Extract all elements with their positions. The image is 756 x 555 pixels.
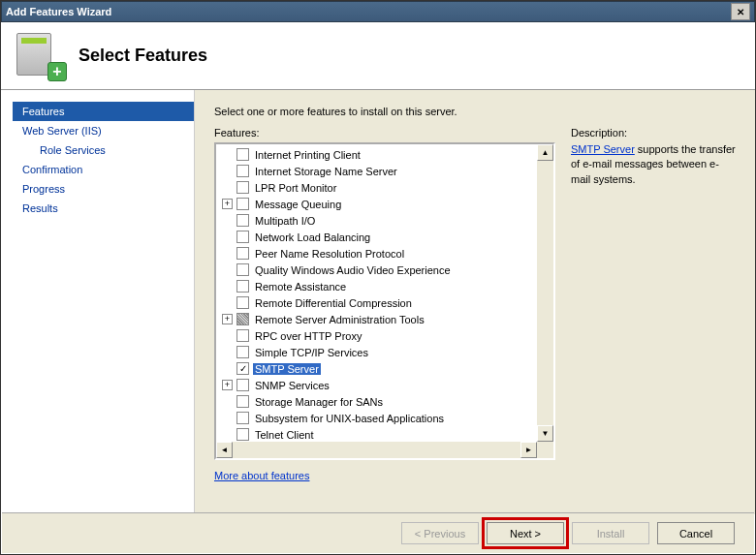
checkbox[interactable] xyxy=(236,428,249,441)
tree-row[interactable]: Subsystem for UNIX-based Applications xyxy=(216,410,553,426)
checkbox[interactable] xyxy=(236,148,249,161)
install-button[interactable]: Install xyxy=(572,522,649,544)
checkbox[interactable] xyxy=(236,329,249,342)
checkbox[interactable] xyxy=(236,296,249,309)
checkbox[interactable] xyxy=(236,379,249,391)
tree-row[interactable]: Quality Windows Audio Video Experience xyxy=(216,262,553,278)
checkbox[interactable] xyxy=(236,214,249,227)
titlebar: Add Features Wizard ✕ xyxy=(1,1,755,22)
tree-row[interactable]: Remote Assistance xyxy=(216,278,553,294)
tree-item-label[interactable]: Remote Server Administration Tools xyxy=(253,314,426,325)
checkbox[interactable] xyxy=(236,181,249,194)
tree-item-label[interactable]: Subsystem for UNIX-based Applications xyxy=(253,413,446,424)
sidebar-item-features[interactable]: Features xyxy=(13,102,194,121)
checkbox[interactable] xyxy=(236,247,249,260)
checkbox[interactable] xyxy=(236,165,249,177)
tree-row[interactable]: +Remote Server Administration Tools xyxy=(216,311,553,327)
horizontal-scrollbar[interactable]: ◄ ► xyxy=(216,442,537,458)
tree-item-label[interactable]: Remote Assistance xyxy=(253,281,348,293)
tree-item-label[interactable]: Simple TCP/IP Services xyxy=(253,347,370,358)
sidebar-item-results[interactable]: Results xyxy=(13,199,194,218)
tree-item-label[interactable]: LPR Port Monitor xyxy=(253,182,338,194)
tree-row[interactable]: Network Load Balancing xyxy=(216,229,553,245)
sidebar-item-web-server-iis-[interactable]: Web Server (IIS) xyxy=(13,121,194,140)
scroll-left-icon[interactable]: ◄ xyxy=(216,442,233,458)
description-text: SMTP Server supports the transfer of e-m… xyxy=(571,142,736,187)
tree-row[interactable]: Internet Storage Name Server xyxy=(216,163,553,179)
tree-row[interactable]: Telnet Client xyxy=(216,426,553,443)
wizard-header: + Select Features xyxy=(1,22,755,90)
expand-icon[interactable]: + xyxy=(222,380,233,390)
scroll-right-icon[interactable]: ► xyxy=(520,442,537,458)
tree-row[interactable]: RPC over HTTP Proxy xyxy=(216,327,553,344)
tree-item-label[interactable]: Message Queuing xyxy=(253,199,343,210)
next-button[interactable]: Next > xyxy=(487,522,564,544)
expand-icon[interactable]: + xyxy=(222,199,233,209)
vertical-scrollbar[interactable]: ▲ ▼ xyxy=(537,144,553,442)
tree-item-label[interactable]: Multipath I/O xyxy=(253,215,317,227)
instruction-text: Select one or more features to install o… xyxy=(214,106,736,117)
features-label: Features: xyxy=(214,127,555,139)
tree-row[interactable]: Remote Differential Compression xyxy=(216,294,553,311)
wizard-footer: < Previous Next > Install Cancel xyxy=(2,512,754,553)
close-icon[interactable]: ✕ xyxy=(731,3,750,20)
tree-row[interactable]: +Message Queuing xyxy=(216,196,553,212)
page-title: Select Features xyxy=(79,46,207,66)
scroll-up-icon[interactable]: ▲ xyxy=(537,144,553,161)
sidebar-item-role-services[interactable]: Role Services xyxy=(13,140,194,160)
tree-row[interactable]: Multipath I/O xyxy=(216,212,553,229)
tree-item-label[interactable]: Telnet Client xyxy=(253,429,316,441)
checkbox[interactable] xyxy=(236,231,249,243)
more-about-features-link[interactable]: More about features xyxy=(214,470,555,481)
tree-item-label[interactable]: RPC over HTTP Proxy xyxy=(253,330,363,342)
tree-row[interactable]: Simple TCP/IP Services xyxy=(216,344,553,360)
tree-row[interactable]: SMTP Server xyxy=(216,360,553,377)
sidebar-item-confirmation[interactable]: Confirmation xyxy=(13,160,194,179)
checkbox[interactable] xyxy=(236,198,249,210)
checkbox[interactable] xyxy=(236,395,249,408)
checkbox[interactable] xyxy=(236,313,249,325)
window-title: Add Features Wizard xyxy=(6,6,731,17)
expand-icon[interactable]: + xyxy=(222,314,233,324)
tree-item-label[interactable]: Internet Printing Client xyxy=(253,149,362,161)
tree-item-label[interactable]: Internet Storage Name Server xyxy=(253,166,399,177)
tree-item-label[interactable]: Storage Manager for SANs xyxy=(253,396,385,408)
tree-row[interactable]: Internet Printing Client xyxy=(216,146,553,163)
tree-item-label[interactable]: Peer Name Resolution Protocol xyxy=(253,248,406,260)
cancel-button[interactable]: Cancel xyxy=(657,522,735,544)
checkbox[interactable] xyxy=(236,412,249,424)
checkbox[interactable] xyxy=(236,346,249,358)
tree-item-label[interactable]: Quality Windows Audio Video Experience xyxy=(253,264,453,276)
checkbox[interactable] xyxy=(236,362,249,375)
scroll-down-icon[interactable]: ▼ xyxy=(537,425,553,442)
tree-row[interactable]: +SNMP Services xyxy=(216,377,553,393)
checkbox[interactable] xyxy=(236,280,249,293)
tree-item-label[interactable]: Remote Differential Compression xyxy=(253,297,414,309)
tree-item-label[interactable]: Network Load Balancing xyxy=(253,231,372,243)
tree-item-label[interactable]: SNMP Services xyxy=(253,380,331,391)
tree-row[interactable]: Peer Name Resolution Protocol xyxy=(216,245,553,262)
wizard-sidebar: FeaturesWeb Server (IIS)Role ServicesCon… xyxy=(1,90,195,514)
tree-row[interactable]: Storage Manager for SANs xyxy=(216,393,553,410)
description-link[interactable]: SMTP Server xyxy=(571,143,635,155)
main-panel: Select one or more features to install o… xyxy=(195,90,755,514)
server-add-icon: + xyxy=(16,33,63,79)
features-tree[interactable]: Internet Printing ClientInternet Storage… xyxy=(214,142,555,460)
checkbox[interactable] xyxy=(236,263,249,276)
sidebar-item-progress[interactable]: Progress xyxy=(13,179,194,199)
tree-item-label[interactable]: SMTP Server xyxy=(253,363,321,375)
previous-button[interactable]: < Previous xyxy=(401,522,479,544)
description-label: Description: xyxy=(571,127,736,139)
tree-row[interactable]: LPR Port Monitor xyxy=(216,179,553,196)
